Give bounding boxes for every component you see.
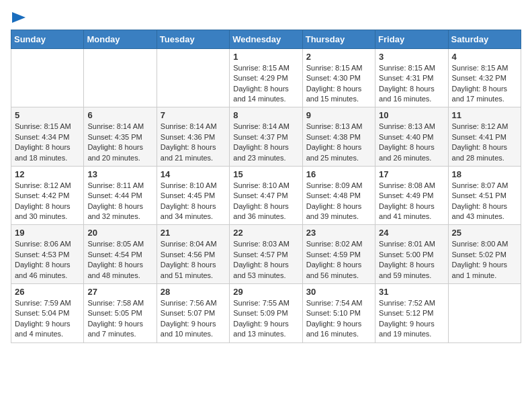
calendar-cell: 7Sunrise: 8:14 AM Sunset: 4:36 PM Daylig… bbox=[157, 107, 229, 167]
calendar-cell: 23Sunrise: 8:02 AM Sunset: 4:59 PM Dayli… bbox=[302, 225, 375, 284]
day-number: 18 bbox=[452, 169, 517, 179]
day-number: 17 bbox=[379, 169, 444, 179]
day-number: 30 bbox=[306, 287, 371, 297]
calendar-cell: 4Sunrise: 8:15 AM Sunset: 4:32 PM Daylig… bbox=[448, 48, 521, 107]
calendar-cell bbox=[157, 48, 229, 107]
weekday-header-wednesday: Wednesday bbox=[230, 30, 302, 48]
calendar-cell: 13Sunrise: 8:11 AM Sunset: 4:44 PM Dayli… bbox=[84, 166, 157, 225]
day-info: Sunrise: 8:03 AM Sunset: 4:57 PM Dayligh… bbox=[233, 239, 298, 281]
calendar-cell bbox=[84, 48, 157, 107]
logo-icon bbox=[12, 12, 26, 23]
day-info: Sunrise: 8:12 AM Sunset: 4:41 PM Dayligh… bbox=[452, 122, 517, 163]
day-info: Sunrise: 8:14 AM Sunset: 4:37 PM Dayligh… bbox=[233, 122, 298, 163]
day-number: 12 bbox=[15, 169, 80, 179]
calendar-cell: 26Sunrise: 7:59 AM Sunset: 5:04 PM Dayli… bbox=[11, 284, 84, 343]
day-number: 15 bbox=[233, 169, 298, 179]
day-info: Sunrise: 8:12 AM Sunset: 4:42 PM Dayligh… bbox=[15, 181, 80, 222]
weekday-header-thursday: Thursday bbox=[302, 30, 375, 48]
day-info: Sunrise: 8:08 AM Sunset: 4:49 PM Dayligh… bbox=[379, 181, 444, 222]
calendar-cell bbox=[448, 284, 521, 343]
logo-blue bbox=[11, 11, 26, 24]
weekday-header-saturday: Saturday bbox=[448, 30, 521, 48]
calendar-week-row: 1Sunrise: 8:15 AM Sunset: 4:29 PM Daylig… bbox=[11, 48, 521, 107]
calendar-cell bbox=[11, 48, 84, 107]
day-number: 25 bbox=[452, 228, 517, 238]
day-info: Sunrise: 7:54 AM Sunset: 5:10 PM Dayligh… bbox=[306, 298, 371, 340]
calendar-week-row: 5Sunrise: 8:15 AM Sunset: 4:34 PM Daylig… bbox=[11, 107, 521, 167]
calendar-cell: 10Sunrise: 8:13 AM Sunset: 4:40 PM Dayli… bbox=[375, 107, 448, 167]
calendar-week-row: 19Sunrise: 8:06 AM Sunset: 4:53 PM Dayli… bbox=[11, 225, 521, 284]
weekday-header-tuesday: Tuesday bbox=[157, 30, 229, 48]
day-info: Sunrise: 7:52 AM Sunset: 5:12 PM Dayligh… bbox=[379, 298, 444, 340]
day-number: 8 bbox=[233, 110, 298, 120]
day-number: 13 bbox=[87, 169, 152, 179]
day-info: Sunrise: 8:13 AM Sunset: 4:40 PM Dayligh… bbox=[379, 122, 444, 163]
day-info: Sunrise: 8:07 AM Sunset: 4:51 PM Dayligh… bbox=[452, 181, 517, 222]
day-info: Sunrise: 7:56 AM Sunset: 5:07 PM Dayligh… bbox=[161, 298, 226, 340]
day-info: Sunrise: 8:13 AM Sunset: 4:38 PM Dayligh… bbox=[306, 122, 371, 163]
day-info: Sunrise: 8:10 AM Sunset: 4:45 PM Dayligh… bbox=[161, 181, 226, 222]
calendar-cell: 15Sunrise: 8:10 AM Sunset: 4:47 PM Dayli… bbox=[230, 166, 302, 225]
day-number: 11 bbox=[452, 110, 517, 120]
calendar-week-row: 26Sunrise: 7:59 AM Sunset: 5:04 PM Dayli… bbox=[11, 284, 521, 343]
calendar-cell: 1Sunrise: 8:15 AM Sunset: 4:29 PM Daylig… bbox=[230, 48, 302, 107]
day-number: 5 bbox=[15, 110, 80, 120]
day-number: 16 bbox=[306, 169, 371, 179]
day-number: 4 bbox=[452, 52, 517, 62]
day-info: Sunrise: 8:14 AM Sunset: 4:35 PM Dayligh… bbox=[87, 122, 152, 163]
day-info: Sunrise: 8:00 AM Sunset: 5:02 PM Dayligh… bbox=[452, 239, 517, 281]
day-number: 27 bbox=[87, 287, 152, 297]
calendar-cell: 31Sunrise: 7:52 AM Sunset: 5:12 PM Dayli… bbox=[375, 284, 448, 343]
day-info: Sunrise: 8:15 AM Sunset: 4:29 PM Dayligh… bbox=[233, 63, 298, 105]
page-header bbox=[11, 11, 521, 24]
day-info: Sunrise: 7:55 AM Sunset: 5:09 PM Dayligh… bbox=[233, 298, 298, 340]
weekday-header-friday: Friday bbox=[375, 30, 448, 48]
day-number: 19 bbox=[15, 228, 80, 238]
calendar-cell: 28Sunrise: 7:56 AM Sunset: 5:07 PM Dayli… bbox=[157, 284, 229, 343]
weekday-header-sunday: Sunday bbox=[11, 30, 84, 48]
calendar-header-row: SundayMondayTuesdayWednesdayThursdayFrid… bbox=[11, 30, 521, 48]
day-info: Sunrise: 8:14 AM Sunset: 4:36 PM Dayligh… bbox=[161, 122, 226, 163]
calendar-cell: 21Sunrise: 8:04 AM Sunset: 4:56 PM Dayli… bbox=[157, 225, 229, 284]
calendar-cell: 11Sunrise: 8:12 AM Sunset: 4:41 PM Dayli… bbox=[448, 107, 521, 167]
calendar-cell: 25Sunrise: 8:00 AM Sunset: 5:02 PM Dayli… bbox=[448, 225, 521, 284]
day-number: 3 bbox=[379, 52, 444, 62]
calendar-cell: 8Sunrise: 8:14 AM Sunset: 4:37 PM Daylig… bbox=[230, 107, 302, 167]
calendar-table: SundayMondayTuesdayWednesdayThursdayFrid… bbox=[11, 30, 521, 343]
day-number: 23 bbox=[306, 228, 371, 238]
day-number: 1 bbox=[233, 52, 298, 62]
day-info: Sunrise: 7:59 AM Sunset: 5:04 PM Dayligh… bbox=[15, 298, 80, 340]
calendar-cell: 2Sunrise: 8:15 AM Sunset: 4:30 PM Daylig… bbox=[302, 48, 375, 107]
day-info: Sunrise: 7:58 AM Sunset: 5:05 PM Dayligh… bbox=[87, 298, 152, 340]
day-info: Sunrise: 8:06 AM Sunset: 4:53 PM Dayligh… bbox=[15, 239, 80, 281]
day-number: 29 bbox=[233, 287, 298, 297]
calendar-cell: 18Sunrise: 8:07 AM Sunset: 4:51 PM Dayli… bbox=[448, 166, 521, 225]
logo bbox=[11, 11, 26, 24]
calendar-cell: 16Sunrise: 8:09 AM Sunset: 4:48 PM Dayli… bbox=[302, 166, 375, 225]
day-number: 2 bbox=[306, 52, 371, 62]
calendar-cell: 14Sunrise: 8:10 AM Sunset: 4:45 PM Dayli… bbox=[157, 166, 229, 225]
calendar-cell: 19Sunrise: 8:06 AM Sunset: 4:53 PM Dayli… bbox=[11, 225, 84, 284]
day-info: Sunrise: 8:01 AM Sunset: 5:00 PM Dayligh… bbox=[379, 239, 444, 281]
calendar-cell: 20Sunrise: 8:05 AM Sunset: 4:54 PM Dayli… bbox=[84, 225, 157, 284]
day-info: Sunrise: 8:15 AM Sunset: 4:32 PM Dayligh… bbox=[452, 63, 517, 105]
day-number: 22 bbox=[233, 228, 298, 238]
day-info: Sunrise: 8:09 AM Sunset: 4:48 PM Dayligh… bbox=[306, 181, 371, 222]
calendar-week-row: 12Sunrise: 8:12 AM Sunset: 4:42 PM Dayli… bbox=[11, 166, 521, 225]
day-info: Sunrise: 8:04 AM Sunset: 4:56 PM Dayligh… bbox=[161, 239, 226, 281]
svg-marker-0 bbox=[12, 12, 26, 23]
day-number: 7 bbox=[161, 110, 226, 120]
day-info: Sunrise: 8:15 AM Sunset: 4:34 PM Dayligh… bbox=[15, 122, 80, 163]
day-info: Sunrise: 8:02 AM Sunset: 4:59 PM Dayligh… bbox=[306, 239, 371, 281]
weekday-header-monday: Monday bbox=[84, 30, 157, 48]
day-number: 28 bbox=[161, 287, 226, 297]
day-number: 9 bbox=[306, 110, 371, 120]
calendar-cell: 5Sunrise: 8:15 AM Sunset: 4:34 PM Daylig… bbox=[11, 107, 84, 167]
calendar-cell: 6Sunrise: 8:14 AM Sunset: 4:35 PM Daylig… bbox=[84, 107, 157, 167]
calendar-cell: 12Sunrise: 8:12 AM Sunset: 4:42 PM Dayli… bbox=[11, 166, 84, 225]
day-number: 21 bbox=[161, 228, 226, 238]
day-info: Sunrise: 8:05 AM Sunset: 4:54 PM Dayligh… bbox=[87, 239, 152, 281]
day-number: 26 bbox=[15, 287, 80, 297]
calendar-cell: 22Sunrise: 8:03 AM Sunset: 4:57 PM Dayli… bbox=[230, 225, 302, 284]
calendar-cell: 27Sunrise: 7:58 AM Sunset: 5:05 PM Dayli… bbox=[84, 284, 157, 343]
